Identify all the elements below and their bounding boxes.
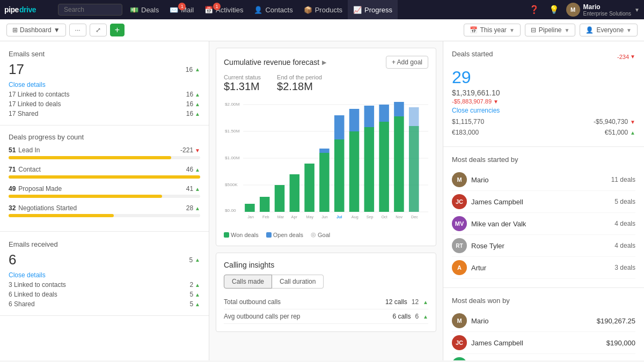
everyone-filter-button[interactable]: 👤 Everyone ▼ — [580, 24, 638, 36]
lightbulb-icon[interactable]: 💡 — [546, 5, 562, 14]
deals-started-amount-change: -$5,883,907.89 ▼ — [452, 98, 635, 105]
open-legend-dot — [266, 232, 272, 238]
svg-rect-12 — [245, 204, 255, 212]
contact-bar-bg — [9, 175, 200, 179]
expand-button[interactable]: ⤢ — [90, 24, 107, 36]
add-goal-button[interactable]: + Add goal — [386, 56, 428, 69]
emails-sent-close-details[interactable]: Close details — [9, 81, 200, 88]
most-deals-won-card: Most deals won by M Mario $190,267.25 JC… — [443, 288, 644, 360]
svg-rect-20 — [304, 164, 314, 212]
emails-sent-total: 17 — [9, 61, 24, 78]
emails-sent-detail-3: 17 Shared 16 ▲ — [9, 109, 200, 119]
avatar: M — [566, 3, 580, 17]
nav-progress[interactable]: 📈 Progress — [348, 0, 398, 19]
svg-rect-38 — [394, 102, 404, 116]
emails-sent-detail-2: 17 Linked to deals 16 ▲ — [9, 99, 200, 109]
svg-text:Mar: Mar — [277, 215, 284, 219]
close-currencies[interactable]: Close currencies — [452, 107, 635, 114]
svg-text:Apr: Apr — [291, 215, 298, 219]
date-filter-button[interactable]: 📅 This year ▼ — [464, 24, 521, 36]
negotiations-bar — [9, 214, 114, 217]
activities-badge: 1 — [213, 3, 221, 10]
calling-insights-card: Calling insights Calls made Call duratio… — [216, 253, 436, 332]
person-artur-started: A Artur 3 deals — [452, 257, 635, 279]
user-company: Enterprise Solutions — [583, 11, 632, 17]
proposal-bar — [9, 195, 162, 198]
revenue-forecast-card: Cumulative revenue forecast ▶ + Add goal… — [216, 48, 436, 246]
user-menu[interactable]: M Mario Enterprise Solutions ▼ — [566, 3, 640, 17]
emails-sent-title: Emails sent — [9, 50, 200, 58]
lead-in-arrow-icon: ▼ — [195, 147, 200, 153]
svg-text:Aug: Aug — [352, 215, 358, 219]
user-chevron-icon: ▼ — [634, 7, 640, 13]
svg-rect-18 — [290, 174, 300, 212]
mario-won-avatar: M — [452, 313, 467, 328]
recv-detail-3-arrow-icon: ▲ — [195, 301, 200, 307]
user-name: Mario — [583, 3, 632, 11]
left-panel: Emails sent 17 16 ▲ Close details 17 Lin… — [0, 41, 209, 360]
svg-text:Nov: Nov — [396, 215, 402, 219]
calls-made-tab[interactable]: Calls made — [224, 275, 272, 289]
svg-rect-25 — [334, 139, 345, 212]
svg-text:Dec: Dec — [411, 215, 418, 219]
help-icon[interactable]: ❓ — [526, 5, 542, 14]
pipeline-chevron-icon: ▼ — [564, 27, 569, 33]
nav-products[interactable]: 📦 Products — [298, 0, 348, 19]
deals-icon: 💵 — [130, 6, 138, 14]
insights-tabs: Calls made Call duration — [224, 275, 428, 289]
svg-rect-32 — [364, 106, 375, 127]
everyone-chevron-icon: ▼ — [626, 27, 632, 33]
nav-mail[interactable]: ✉️ Mail 1 — [164, 0, 199, 19]
call-duration-tab[interactable]: Call duration — [272, 275, 324, 289]
svg-text:drive: drive — [19, 5, 36, 14]
emails-received-close-details[interactable]: Close details — [9, 271, 200, 279]
dashboard-icon: ⊞ — [12, 26, 18, 34]
person-mike-started: MV Mike van der Valk 4 deals — [452, 213, 635, 235]
add-button[interactable]: + — [110, 24, 125, 36]
claire-won-avatar: CF — [452, 357, 467, 360]
more-button[interactable]: ··· — [69, 24, 86, 36]
mike-avatar: MV — [452, 216, 467, 231]
emails-sent-arrow-up-icon: ▲ — [195, 67, 200, 72]
pipeline-filter-button[interactable]: ⊟ Pipeline ▼ — [525, 24, 576, 36]
svg-text:Sep: Sep — [367, 215, 374, 219]
svg-rect-29 — [349, 109, 360, 131]
contact-arrow-icon: ▲ — [195, 167, 200, 173]
end-period: End of the period $2.18M — [277, 74, 322, 93]
nav-contacts[interactable]: 👤 Contacts — [248, 0, 298, 19]
mid-panel: Cumulative revenue forecast ▶ + Add goal… — [209, 41, 443, 360]
lead-in-bar — [9, 156, 171, 159]
currency-1-arrow-icon: ▼ — [630, 119, 635, 125]
avg-outbound-arrow-icon: ▲ — [423, 314, 428, 320]
emails-received-total: 6 — [9, 252, 16, 268]
artur-avatar: A — [452, 260, 467, 275]
detail-2-arrow-icon: ▲ — [195, 101, 200, 107]
total-outbound-row: Total outbound calls 12 calls 12 ▲ — [224, 295, 428, 309]
recv-detail-1-arrow-icon: ▲ — [195, 282, 200, 288]
emails-received-detail-3: 6 Shared 5 ▲ — [9, 299, 200, 309]
activities-icon: 📅 — [204, 6, 213, 14]
most-deals-started-title: Most deals started by — [452, 156, 635, 164]
chart-title: Cumulative revenue forecast ▶ — [224, 58, 326, 67]
goal-legend-dot: ◎ — [311, 231, 316, 238]
svg-rect-23 — [319, 149, 330, 153]
progress-item-negotiations: 32 Negotiations Started 28 ▲ — [9, 204, 200, 217]
svg-text:Jan: Jan — [247, 215, 254, 219]
person-rose-started: RT Rose Tyler 4 deals — [452, 235, 635, 257]
detail-1-arrow-icon: ▲ — [195, 92, 200, 98]
calendar-icon: 📅 — [470, 26, 478, 34]
nav-deals[interactable]: 💵 Deals — [125, 0, 164, 19]
date-chevron-icon: ▼ — [509, 27, 515, 33]
products-icon: 📦 — [304, 6, 312, 14]
nav-activities[interactable]: 📅 Activities 1 — [199, 0, 248, 19]
dashboard-button[interactable]: ⊞ Dashboard ▼ — [6, 24, 66, 36]
logo[interactable]: pipe drive — [4, 4, 58, 15]
svg-rect-14 — [260, 197, 270, 212]
total-outbound-arrow-icon: ▲ — [423, 299, 428, 305]
svg-text:Feb: Feb — [262, 215, 269, 219]
right-panel: Deals started -234 ▼ 29 $1,319,661.10 -$… — [443, 41, 644, 360]
search-input[interactable] — [58, 4, 122, 16]
emails-received-arrow-icon: ▲ — [195, 257, 200, 263]
currency-row-2: €183,000 €51,000 ▲ — [452, 127, 635, 138]
svg-text:Oct: Oct — [381, 215, 387, 219]
